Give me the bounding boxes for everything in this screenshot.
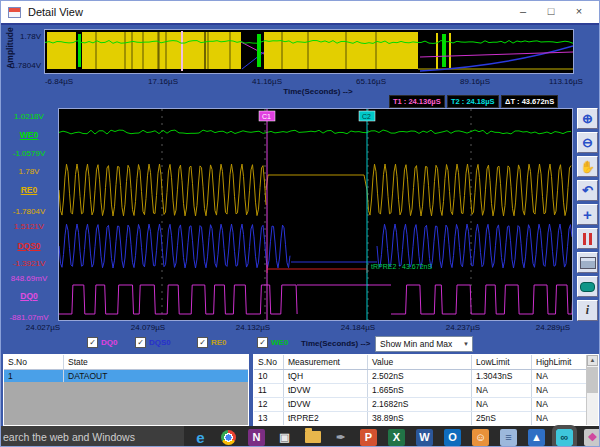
taskbar-search[interactable]: earch the web and Windows (1, 426, 184, 447)
svg-text:C1: C1 (262, 113, 271, 120)
measurement-table-header: S.NoMeasurementValueLowLimitHighLimit (254, 355, 598, 370)
channel-DQS0-vmin: -1.3921V (3, 259, 55, 268)
legend-DQ0[interactable]: ✓DQ0 (87, 337, 117, 348)
state-table: S.NoState1DATAOUT (3, 354, 249, 426)
move-cursor-icon[interactable]: + (577, 204, 598, 225)
detail-x-tick: 24.027µS (20, 323, 66, 332)
onenote-icon[interactable]: N (248, 429, 265, 446)
reader-icon[interactable]: ≡ (500, 429, 517, 446)
close-icon[interactable]: × (565, 1, 593, 21)
detail-x-tick: 24.184µS (335, 323, 381, 332)
window-title: Detail View (28, 6, 83, 18)
checkbox-icon[interactable]: ✓ (197, 337, 208, 348)
zoom-in-icon[interactable]: ⊕ (577, 108, 598, 129)
channel-DQ0-vmax: 848.69mV (3, 274, 55, 283)
paint-icon[interactable]: ❖ (584, 429, 600, 446)
overview-x-tick: -6.84µS (36, 77, 82, 86)
checkbox-icon[interactable]: ✓ (257, 337, 268, 348)
file-explorer-icon[interactable] (304, 429, 321, 446)
legend-label: WE0 (271, 338, 288, 347)
detail-x-tick: 24.289µS (530, 323, 576, 332)
detail-x-axis-label: Time(Seconds) --> (301, 339, 370, 348)
measurement-table-scrollbar[interactable]: ▲ (586, 355, 598, 425)
snapshot-icon[interactable] (577, 252, 598, 273)
legend-label: RE0 (211, 338, 227, 347)
detail-x-tick: 24.132µS (230, 323, 276, 332)
detail-plot[interactable]: tRPRE2 : 43.672nSC1C2 (58, 108, 573, 321)
legend-label: DQS0 (149, 338, 171, 347)
measurement-table: S.NoMeasurementValueLowLimitHighLimit10t… (253, 354, 599, 426)
overview-ymax: 1.78V (1, 32, 41, 41)
cursor-dt-readout: ΔT : 43.672nS (501, 95, 558, 108)
search-tool-icon[interactable]: ∞ (556, 429, 573, 446)
overview-plot[interactable] (44, 29, 574, 74)
app-icon (8, 7, 21, 18)
word-icon[interactable]: W (416, 429, 433, 446)
checkbox-icon[interactable]: ✓ (87, 337, 98, 348)
channel-RE0-vmax: 1.78V (3, 167, 55, 176)
svg-text:C2: C2 (362, 113, 371, 120)
channel-RE0-vmin: -1.7804V (3, 207, 55, 216)
titlebar: Detail View – □ × (1, 1, 600, 25)
cursors-icon[interactable] (577, 228, 598, 249)
people-icon[interactable]: ☺ (472, 429, 489, 446)
scroll-up-icon[interactable]: ▲ (587, 355, 598, 366)
overview-x-tick: 113.16µS (543, 77, 589, 86)
channel-DQ0-label: DQ0 (3, 291, 55, 301)
maximize-icon[interactable]: □ (537, 1, 565, 21)
min-max-dropdown[interactable]: Show Min and Max ▼ (375, 336, 473, 352)
state-table-header: S.NoState (4, 355, 248, 370)
edge-icon[interactable]: e (192, 429, 209, 446)
checkbox-icon[interactable]: ✓ (135, 337, 146, 348)
plot-toolbar: ⊕⊖✋↶+i (577, 108, 598, 321)
pan-icon[interactable]: ✋ (577, 156, 598, 177)
channel-DQS0-vmax: 1.5121V (3, 222, 55, 231)
overview-x-tick: 41.16µS (244, 77, 290, 86)
channel-DQ0-vmin: -881.07mV (3, 313, 55, 322)
detail-x-tick: 24.237µS (440, 323, 486, 332)
undo-icon[interactable]: ↶ (577, 180, 598, 201)
svg-text:tRPRE2 : 43.672nS: tRPRE2 : 43.672nS (371, 263, 432, 270)
tool-icon[interactable]: ✒ (332, 429, 349, 446)
info-icon[interactable]: i (577, 300, 598, 321)
table-row[interactable]: 12tDVW2.1682nSNANA (254, 398, 598, 412)
shape-icon[interactable] (577, 276, 598, 297)
overview-x-tick: 17.16µS (140, 77, 186, 86)
outlook-icon[interactable]: O (444, 429, 461, 446)
table-row[interactable]: 11tDVW1.665nSNANA (254, 384, 598, 398)
cursor-t1-readout: T1 : 24.136µS (389, 95, 445, 108)
channel-RE0-label: RE0 (3, 185, 55, 195)
store-icon[interactable]: ▣ (276, 429, 293, 446)
overview-x-axis-label: Time(Seconds) --> (253, 87, 383, 96)
channel-WE0-vmin: -1.0579V (3, 149, 55, 158)
overview-x-tick: 65.16µS (348, 77, 394, 86)
cursor-t2-readout: T2 : 24.18µS (447, 95, 499, 108)
channel-WE0-vmax: 1.0218V (3, 112, 55, 121)
zoom-out-icon[interactable]: ⊖ (577, 132, 598, 153)
chrome-icon[interactable] (220, 429, 237, 446)
excel-icon[interactable]: X (388, 429, 405, 446)
channel-WE0-label: WE0 (3, 130, 55, 140)
taskbar: earch the web and Windows eN▣✒PXWO☺≡▲∞❖ (1, 426, 600, 447)
min-max-dropdown-value: Show Min and Max (380, 339, 452, 349)
legend-RE0[interactable]: ✓RE0 (197, 337, 227, 348)
overview-ymin: -1.7804V (1, 61, 41, 70)
chevron-down-icon: ▼ (463, 341, 469, 347)
detail-x-tick: 24.079µS (125, 323, 171, 332)
taskbar-search-text: earch the web and Windows (3, 431, 135, 443)
detail-view-window: Detail View – □ × Amplitude 1.78V -1.780… (0, 0, 600, 447)
table-row[interactable]: 10tQH2.502nS1.3043nSNA (254, 370, 598, 384)
minimize-icon[interactable]: – (509, 1, 537, 21)
powerpoint-icon[interactable]: P (360, 429, 377, 446)
table-row[interactable]: 13tRPRE238.89nS25nSNA (254, 412, 598, 426)
legend-WE0[interactable]: ✓WE0 (257, 337, 288, 348)
legend-DQS0[interactable]: ✓DQS0 (135, 337, 171, 348)
legend-label: DQ0 (101, 338, 117, 347)
channel-DQS0-label: DQS0 (3, 241, 55, 251)
scrollbar-thumb[interactable] (587, 367, 598, 393)
photo-viewer-icon[interactable]: ▲ (528, 429, 545, 446)
overview-x-tick: 89.16µS (452, 77, 498, 86)
